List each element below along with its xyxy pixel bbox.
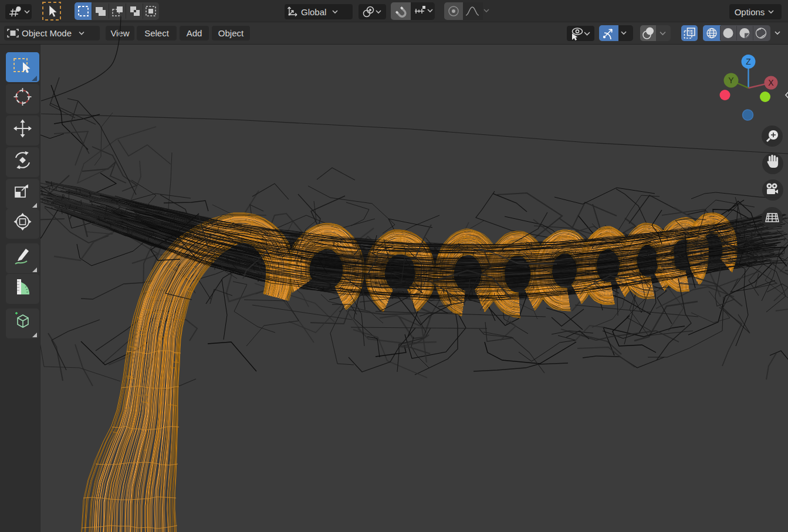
svg-text:Z: Z xyxy=(746,57,751,66)
svg-text:X: X xyxy=(768,78,774,87)
svg-text:Y: Y xyxy=(728,76,734,85)
